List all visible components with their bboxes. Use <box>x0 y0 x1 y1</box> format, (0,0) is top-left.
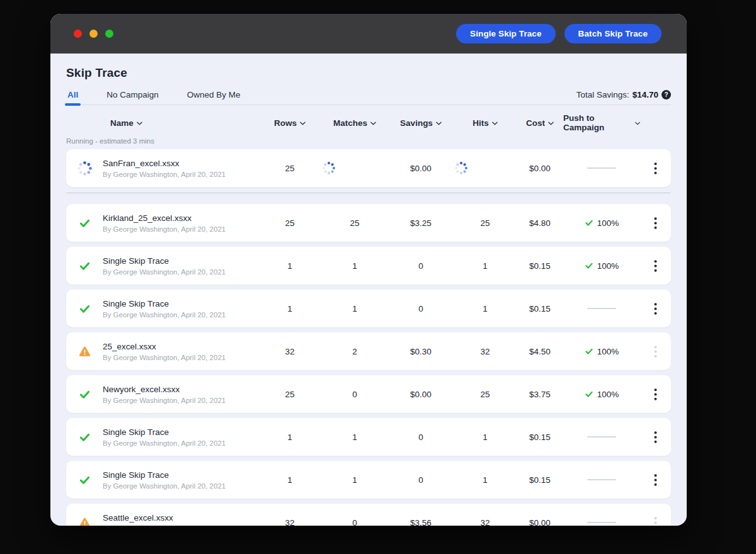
column-header-rows[interactable]: Rows <box>258 118 321 128</box>
loading-spinner-icon <box>454 161 469 176</box>
push-percentage: 100% <box>597 218 619 228</box>
tab-owned-by-me[interactable]: Owned By Me <box>186 90 242 105</box>
row-name: Seattle_excel.xsxx <box>103 513 258 523</box>
row-name: Single Skip Trace <box>103 299 258 308</box>
column-label: Name <box>110 118 134 128</box>
row-name-cell: Seattle_excel.xsxxBy George Washington, … <box>103 513 258 526</box>
kebab-menu-icon <box>654 162 657 174</box>
page-content: Skip Trace AllNo CampaignOwned By Me Tot… <box>50 66 687 526</box>
cell-rows: 1 <box>258 304 321 314</box>
total-savings: Total Savings: $14.70 ? <box>576 90 671 105</box>
cell-cost: $4.80 <box>517 218 563 228</box>
empty-dash <box>587 479 616 480</box>
chevron-down-icon <box>300 122 306 125</box>
row-status <box>66 217 103 229</box>
warning-icon <box>79 346 91 357</box>
chevron-down-icon <box>137 122 142 125</box>
row-menu-button[interactable] <box>640 149 671 187</box>
cell-hits: 25 <box>454 218 517 228</box>
row-menu-button[interactable] <box>640 204 671 242</box>
column-header-name[interactable]: Name <box>103 118 258 128</box>
kebab-menu-icon <box>654 388 657 400</box>
row-menu-button[interactable] <box>640 461 671 499</box>
cell-savings: 0 <box>388 261 454 271</box>
window-titlebar: Single Skip Trace Batch Skip Trace <box>50 14 687 54</box>
cell-cost: $0.00 <box>517 164 563 173</box>
row-name-cell: Single Skip TraceBy George Washington, A… <box>103 427 258 447</box>
row-status <box>66 517 103 526</box>
row-status <box>66 260 103 272</box>
titlebar-actions: Single Skip Trace Batch Skip Trace <box>456 24 662 43</box>
cell-cost: $0.15 <box>517 432 563 442</box>
cell-savings: 0 <box>388 475 454 485</box>
column-header-savings[interactable]: Savings <box>388 118 454 128</box>
row-status <box>66 160 103 177</box>
cell-rows: 1 <box>258 261 321 271</box>
cell-rows: 1 <box>258 475 321 485</box>
cell-hits: 32 <box>454 347 517 356</box>
row-menu-button[interactable] <box>640 332 671 370</box>
cell-push-to-campaign <box>563 479 640 480</box>
cell-hits: 1 <box>454 432 517 442</box>
help-icon[interactable]: ? <box>662 90 671 99</box>
row-byline: By George Washington, April 20, 2021 <box>103 225 258 233</box>
cell-matches: 1 <box>321 475 388 485</box>
column-header-matches[interactable]: Matches <box>321 118 388 128</box>
chevron-down-icon <box>492 122 498 125</box>
close-window-button[interactable] <box>74 30 82 38</box>
cell-rows: 32 <box>258 347 321 356</box>
column-label: Cost <box>526 118 545 128</box>
row-byline: By George Washington, April 20, 2021 <box>103 525 258 526</box>
row-byline: By George Washington, April 20, 2021 <box>103 311 258 319</box>
row-menu-button[interactable] <box>640 504 671 526</box>
kebab-menu-icon <box>654 474 657 486</box>
cell-cost: $0.15 <box>517 304 563 314</box>
cell-cost: $3.75 <box>517 390 563 399</box>
row-menu-button[interactable] <box>640 247 671 285</box>
batch-skip-trace-button[interactable]: Batch Skip Trace <box>564 24 662 43</box>
cell-cost: $4.50 <box>517 347 563 356</box>
tab-bar: AllNo CampaignOwned By Me <box>66 90 242 105</box>
chevron-down-icon <box>370 122 376 125</box>
column-header-hits[interactable]: Hits <box>454 118 517 128</box>
row-menu-button[interactable] <box>640 375 671 413</box>
cell-hits: 1 <box>454 475 517 485</box>
row-menu-button[interactable] <box>640 290 671 327</box>
row-menu-button[interactable] <box>640 418 671 456</box>
fullscreen-window-button[interactable] <box>105 30 113 38</box>
cell-matches <box>321 161 388 176</box>
cell-rows: 25 <box>258 218 321 228</box>
column-header-push-to-campaign[interactable]: Push to Campaign <box>563 113 640 132</box>
row-name: Kirkland_25_excel.xsxx <box>103 213 258 223</box>
column-label: Push to Campaign <box>563 113 632 132</box>
push-percentage: 100% <box>597 347 619 356</box>
row-byline: By George Washington, April 20, 2021 <box>103 268 258 276</box>
kebab-menu-icon <box>654 517 657 526</box>
loading-spinner-icon <box>321 161 336 176</box>
cell-push-to-campaign <box>563 167 640 169</box>
single-skip-trace-button[interactable]: Single Skip Trace <box>456 24 556 43</box>
column-label: Matches <box>333 118 367 128</box>
cell-matches: 1 <box>321 304 388 314</box>
minimize-window-button[interactable] <box>89 30 98 38</box>
total-savings-label: Total Savings: <box>576 90 629 99</box>
cell-push-to-campaign: 100% <box>563 261 640 271</box>
total-savings-value: $14.70 <box>633 90 658 99</box>
row-byline: By George Washington, April 20, 2021 <box>103 171 258 178</box>
column-label: Savings <box>400 118 433 128</box>
tab-all[interactable]: All <box>66 90 79 105</box>
column-label: Rows <box>274 118 297 128</box>
success-check-icon <box>79 303 91 315</box>
tab-no-campaign[interactable]: No Campaign <box>105 90 160 105</box>
cell-savings: $3.25 <box>388 218 454 228</box>
push-success-check-icon <box>585 347 593 356</box>
row-status <box>66 346 103 357</box>
kebab-menu-icon <box>654 303 657 315</box>
push-percentage: 100% <box>597 390 619 399</box>
kebab-menu-icon <box>654 217 657 229</box>
success-check-icon <box>79 217 91 229</box>
cell-push-to-campaign: 100% <box>563 347 640 356</box>
row-name-cell: Kirkland_25_excel.xsxxBy George Washingt… <box>103 213 258 233</box>
column-header-cost[interactable]: Cost <box>517 118 563 128</box>
success-check-icon <box>79 388 91 400</box>
